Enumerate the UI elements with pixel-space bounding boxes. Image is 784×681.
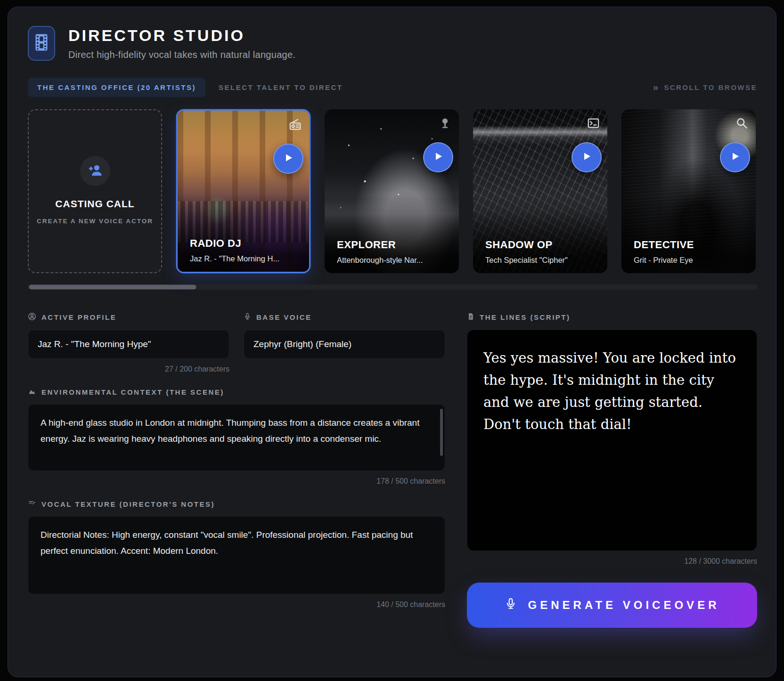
select-talent-hint: SELECT TALENT TO DIRECT	[219, 83, 343, 91]
talent-card-explorer[interactable]: EXPLORER Attenborough-style Nar...	[325, 109, 459, 273]
active-profile-field: ACTIVE PROFILE 27 / 200 characters	[28, 312, 229, 373]
generate-voiceover-button[interactable]: GENERATE VOICEOVER	[467, 583, 757, 628]
active-profile-input[interactable]	[28, 330, 229, 359]
talent-subtitle: Grit - Private Eye	[634, 256, 749, 265]
scroll-hint-label: SCROLL TO BROWSE	[664, 83, 757, 91]
carousel-scrollbar-track[interactable]	[28, 284, 757, 290]
play-icon	[581, 151, 592, 164]
talent-title: RADIO DJ	[190, 237, 302, 250]
play-icon	[433, 151, 444, 164]
vocal-texture-field: VOCAL TEXTURE (DIRECTOR'S NOTES) Directo…	[28, 500, 445, 609]
talent-subtitle: Jaz R. - "The Morning H...	[190, 254, 302, 263]
header-text: DIRECTOR STUDIO Direct high-fidelity voc…	[68, 26, 295, 60]
script-textarea[interactable]: Yes yes massive! You are locked into the…	[467, 330, 757, 551]
active-profile-label: ACTIVE PROFILE	[41, 313, 116, 321]
talent-title: EXPLORER	[337, 239, 452, 251]
talent-subtitle: Tech Specialist "Cipher"	[485, 256, 601, 265]
page-title: DIRECTOR STUDIO	[68, 26, 295, 45]
play-icon	[283, 152, 294, 165]
magnifier-icon	[735, 117, 748, 131]
talent-title: SHADOW OP	[485, 239, 601, 251]
generate-voiceover-label: GENERATE VOICEOVER	[528, 599, 720, 612]
carousel-scrollbar-thumb[interactable]	[29, 284, 196, 290]
film-icon	[34, 33, 49, 54]
casting-circle	[80, 156, 110, 186]
scroll-to-browse-hint: » SCROLL TO BROWSE	[653, 82, 757, 93]
talent-card-radio-dj[interactable]: RADIO DJ Jaz R. - "The Morning H...	[176, 109, 310, 273]
play-button-detective[interactable]	[720, 142, 750, 172]
talent-card-detective[interactable]: DETECTIVE Grit - Private Eye	[621, 109, 756, 273]
direction-form: ACTIVE PROFILE 27 / 200 characters BASE …	[28, 312, 757, 628]
tab-casting-office[interactable]: THE CASTING OFFICE (20 ARTISTS)	[28, 78, 205, 97]
notes-icon	[28, 500, 36, 509]
user-circle-icon	[28, 312, 36, 322]
environment-field: ENVIRONMENTAL CONTEXT (THE SCENE) A high…	[28, 388, 445, 486]
talent-card-shadow-op[interactable]: SHADOW OP Tech Specialist "Cipher"	[473, 109, 607, 273]
radio-icon	[289, 118, 302, 133]
environment-textarea[interactable]: A high-end glass studio in London at mid…	[28, 404, 445, 471]
talent-carousel: CASTING CALL CREATE A NEW VOICE ACTOR RA…	[28, 109, 757, 273]
environment-label: ENVIRONMENTAL CONTEXT (THE SCENE)	[41, 388, 224, 396]
document-icon	[467, 312, 474, 322]
play-button-radio-dj[interactable]	[273, 144, 303, 174]
header: DIRECTOR STUDIO Direct high-fidelity voc…	[28, 26, 757, 61]
page-subtitle: Direct high-fidelity vocal takes with na…	[68, 49, 295, 60]
vocal-texture-counter: 140 / 500 characters	[28, 600, 445, 609]
person-plus-icon	[88, 162, 103, 179]
talent-title: DETECTIVE	[634, 239, 749, 251]
telescope-icon	[439, 117, 451, 131]
chevrons-right-icon: »	[653, 82, 658, 93]
terminal-icon	[587, 117, 600, 131]
mountain-icon	[28, 388, 36, 397]
environment-counter: 178 / 500 characters	[28, 477, 445, 486]
vocal-texture-label: VOCAL TEXTURE (DIRECTOR'S NOTES)	[41, 500, 215, 508]
vocal-texture-textarea[interactable]: Directorial Notes: High energy, constant…	[28, 516, 445, 594]
casting-call-subtitle: CREATE A NEW VOICE ACTOR	[37, 216, 153, 227]
casting-toolbar: THE CASTING OFFICE (20 ARTISTS) SELECT T…	[28, 78, 757, 97]
base-voice-select[interactable]: Zephyr (Bright) (Female)	[244, 330, 445, 359]
talent-subtitle: Attenborough-style Nar...	[337, 256, 452, 265]
microphone-icon	[505, 597, 517, 614]
casting-call-card[interactable]: CASTING CALL CREATE A NEW VOICE ACTOR	[28, 109, 162, 273]
script-label: THE LINES (SCRIPT)	[480, 313, 571, 321]
play-icon	[729, 151, 741, 164]
play-button-explorer[interactable]	[423, 142, 453, 172]
form-left-column: ACTIVE PROFILE 27 / 200 characters BASE …	[28, 312, 445, 609]
play-button-shadow-op[interactable]	[572, 142, 602, 172]
script-counter: 128 / 3000 characters	[467, 557, 757, 566]
director-studio-panel: DIRECTOR STUDIO Direct high-fidelity voc…	[8, 7, 776, 677]
environment-scrollbar-thumb[interactable]	[440, 409, 443, 456]
app-logo	[28, 26, 55, 61]
active-profile-counter: 27 / 200 characters	[28, 365, 229, 373]
casting-call-title: CASTING CALL	[55, 198, 134, 210]
base-voice-field: BASE VOICE Zephyr (Bright) (Female)	[244, 312, 445, 373]
base-voice-label: BASE VOICE	[256, 313, 312, 321]
microphone-icon	[244, 312, 251, 322]
form-right-column: THE LINES (SCRIPT) Yes yes massive! You …	[467, 312, 757, 628]
